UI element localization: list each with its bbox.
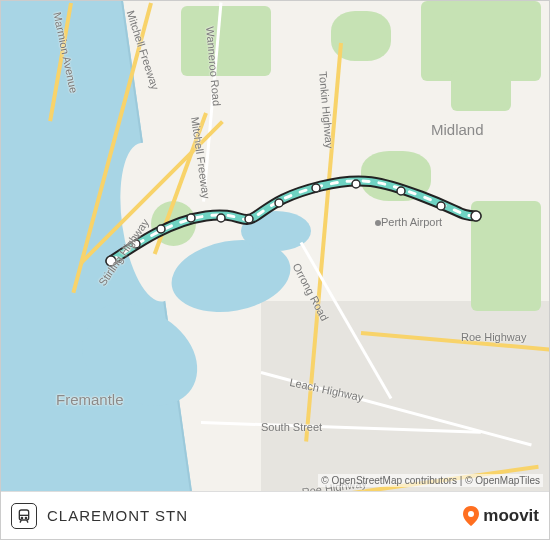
map-park [421, 1, 541, 81]
map-attribution: © OpenStreetMap contributors | © OpenMap… [318, 474, 543, 487]
map-frame: Midland Fremantle Perth Airport Marmion … [0, 0, 550, 540]
train-icon [11, 503, 37, 529]
svg-point-18 [468, 511, 474, 517]
map-park [181, 6, 271, 76]
station-name: CLAREMONT STN [47, 507, 188, 524]
bottom-bar: CLAREMONT STN moovit [1, 491, 549, 539]
map-park [451, 71, 511, 111]
brand-name: moovit [483, 506, 539, 526]
poi-dot-airport [375, 220, 381, 226]
map-canvas[interactable]: Midland Fremantle Perth Airport Marmion … [1, 1, 549, 539]
brand-pin-icon [463, 506, 479, 526]
map-park [361, 151, 431, 201]
map-park [471, 201, 541, 311]
station-group: CLAREMONT STN [11, 503, 188, 529]
svg-point-15 [25, 517, 26, 518]
svg-point-14 [21, 517, 22, 518]
brand-logo[interactable]: moovit [463, 506, 539, 526]
